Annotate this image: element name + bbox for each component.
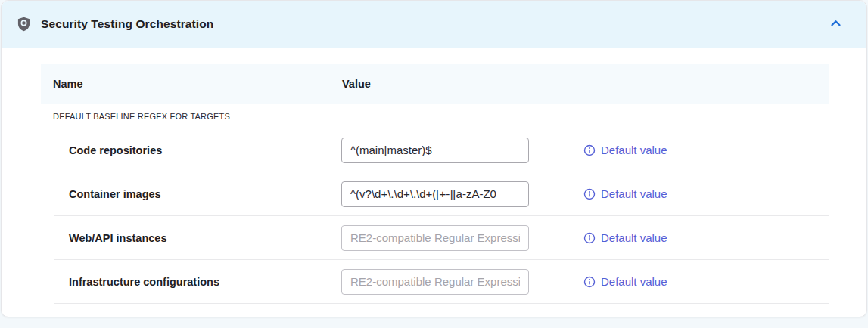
regex-input-web-api-instances[interactable]: [341, 225, 529, 251]
regex-input-code-repositories[interactable]: [341, 138, 529, 163]
table-row-web-api-instances: Web/API instances Default value: [54, 216, 829, 260]
default-value-label: Default value: [601, 275, 667, 288]
section-label-default-baseline-regex: DEFAULT BASELINE REGEX FOR TARGETS: [41, 104, 829, 128]
setting-name: Container images: [69, 188, 341, 200]
panel-title: Security Testing Orchestration: [41, 17, 826, 31]
panel-header[interactable]: Security Testing Orchestration: [2, 1, 866, 48]
column-header-value: Value: [342, 78, 371, 90]
setting-name: Code repositories: [69, 144, 341, 156]
default-value-label: Default value: [601, 187, 667, 200]
info-icon: [583, 232, 596, 244]
table-header-row: Name Value: [41, 64, 829, 104]
setting-name: Web/API instances: [69, 232, 341, 244]
default-value-link[interactable]: Default value: [583, 275, 667, 288]
info-icon: [583, 144, 596, 156]
security-testing-orchestration-panel: Security Testing Orchestration Name Valu…: [1, 0, 867, 317]
settings-rows-group: Code repositories Default value Containe…: [54, 128, 829, 304]
info-icon: [583, 188, 596, 200]
column-header-name: Name: [41, 78, 342, 90]
default-value-link[interactable]: Default value: [583, 144, 667, 156]
panel-content: Name Value DEFAULT BASELINE REGEX FOR TA…: [2, 64, 866, 304]
chevron-up-icon: [829, 17, 842, 32]
table-row-container-images: Container images Default value: [54, 172, 829, 216]
default-value-link[interactable]: Default value: [583, 231, 667, 244]
shield-icon: [17, 17, 31, 32]
collapse-section-button[interactable]: [826, 14, 845, 35]
default-value-label: Default value: [601, 144, 667, 156]
setting-name: Infrastructure configurations: [69, 276, 341, 288]
table-row-infrastructure-configurations: Infrastructure configurations Default va…: [54, 260, 829, 304]
regex-input-infrastructure-configurations[interactable]: [341, 269, 529, 295]
default-value-label: Default value: [601, 231, 667, 244]
regex-input-container-images[interactable]: [341, 181, 529, 207]
info-icon: [583, 276, 596, 288]
default-value-link[interactable]: Default value: [583, 187, 667, 200]
table-row-code-repositories: Code repositories Default value: [54, 128, 829, 172]
